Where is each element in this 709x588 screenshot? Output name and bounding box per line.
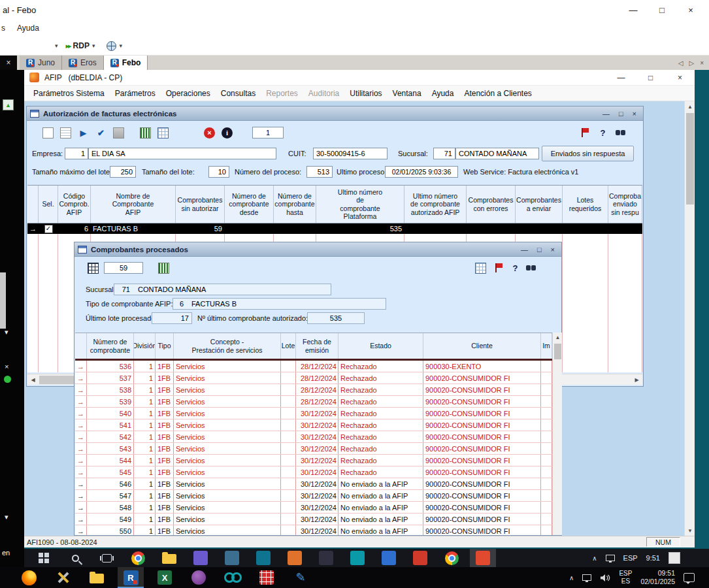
tamano-lote-field[interactable]: 10 [208,166,229,178]
afip-maximize-button[interactable]: □ [636,70,665,86]
file-explorer-button[interactable] [84,567,110,588]
afip-menu-item[interactable]: Parámetros [110,89,161,98]
taskbar-app-button[interactable] [250,549,276,567]
excel-button[interactable] [152,567,178,588]
scrollbar-thumb[interactable] [686,113,694,204]
session-tab[interactable]: Juno [20,56,62,70]
info-icon[interactable]: i [222,127,233,139]
afip-menu-item[interactable]: Reportes [261,89,303,98]
empresa-code-field[interactable]: 1 [65,148,88,159]
run-icon[interactable]: ▶ [78,127,89,139]
clock[interactable]: 9:51 [646,554,660,562]
column-header[interactable]: Lotes requeridos [563,186,608,223]
afip-menu-item[interactable]: Atención a Clientes [459,89,536,98]
taskbar-app-button[interactable] [313,549,339,567]
help-icon[interactable]: ? [597,127,608,139]
scrollbar-thumb[interactable] [554,344,561,359]
vertical-scrollbar[interactable]: ▲ [552,333,562,535]
taskbar-app-button[interactable] [344,549,371,567]
file-explorer-button[interactable] [156,549,182,567]
host-menu-ayuda[interactable]: Ayuda [17,24,39,33]
tray-chevron-icon[interactable]: ∧ [569,574,574,581]
column-header[interactable]: Comprobantes sin autorizar [176,186,225,223]
table-row[interactable]: → 538 1 1FB Servicios 28/12/2024 Rechaza… [75,384,552,396]
afip-menu-item[interactable]: Utilitarios [344,89,387,98]
record-counter-field[interactable]: 59 [104,262,143,274]
columns-icon[interactable] [140,127,151,139]
procesados-titlebar[interactable]: Comprobantes procesados — □ × [74,242,561,257]
help-icon[interactable]: ? [510,263,521,274]
speaker-icon[interactable] [600,574,610,582]
column-header[interactable]: Código Comprob. AFIP [58,186,91,223]
maximize-icon[interactable]: □ [537,246,542,253]
table-row[interactable]: → 546 1 1FB Servicios 30/12/2024 No envi… [75,478,552,490]
binoculars-icon[interactable] [615,127,626,139]
globe-icon[interactable] [107,41,116,51]
cancel-icon[interactable]: × [204,127,215,139]
sucursal-code-field[interactable]: 71 [433,148,455,159]
table-row[interactable]: → 548 1 1FB Servicios 30/12/2024 No envi… [75,502,552,514]
enviados-sin-respuesta-button[interactable]: Enviados sin respuesta [542,146,634,161]
column-header[interactable]: Lote [281,333,296,359]
table-row[interactable]: → 540 1 1FB Servicios 30/12/2024 Rechaza… [75,408,552,419]
language-indicator[interactable]: ESP [623,554,638,562]
afip-menu-item[interactable]: Ventana [387,89,427,98]
column-header[interactable]: Nombre de Comprobante AFIP [91,186,176,223]
table-row[interactable]: → 550 1 1FB Servicios 30/12/2024 No envi… [75,525,552,535]
remote-desktop-app-button[interactable] [118,567,144,588]
session-tab[interactable]: Eros [62,56,104,70]
table-row[interactable]: → 549 1 1FB Servicios 30/12/2024 No envi… [75,514,552,525]
autorizacion-titlebar[interactable]: Autorización de facturas electrónicas — … [27,106,643,121]
column-header[interactable] [27,186,39,223]
dropdown-caret-icon[interactable]: ▾ [55,42,58,49]
close-button[interactable]: × [676,0,705,20]
display-icon[interactable] [606,555,615,561]
tray-chevron-icon[interactable]: ∧ [592,555,597,562]
afip-vertical-scrollbar[interactable]: ▲ ▼ [684,101,695,536]
table-row[interactable]: → 543 1 1FB Servicios 30/12/2024 Rechaza… [75,443,552,455]
app-button[interactable] [186,567,212,588]
afip-menu-item[interactable]: Consultas [216,89,261,98]
taskbar-app-button[interactable] [188,549,214,567]
rdp-protocol-select[interactable]: ▸▸ RDP ▾ [66,41,98,50]
column-header[interactable]: Número de comprobante desde [225,186,274,223]
language-indicator[interactable]: ESP ES [619,570,632,585]
flag-icon[interactable] [493,263,504,274]
afip-menu-item[interactable]: Operaciones [161,89,216,98]
column-header[interactable]: Tipo [156,333,174,359]
app-button[interactable]: ✎ [288,567,314,588]
column-header[interactable]: Comprobantes con errores [467,186,516,223]
minimize-button[interactable]: — [619,0,648,20]
table-row[interactable]: → 542 1 1FB Servicios 30/12/2024 Rechaza… [75,431,552,443]
column-header[interactable]: División [134,333,156,359]
close-icon[interactable]: × [633,110,636,118]
notification-center-icon[interactable] [684,573,695,582]
table-row[interactable]: → 541 1 1FB Servicios 30/12/2024 Rechaza… [75,419,552,431]
new-document-icon[interactable] [42,127,54,139]
afip-menu-item[interactable]: Parámetros Sistema [28,89,110,98]
afip-close-button[interactable]: × [665,70,695,86]
start-button[interactable] [31,549,57,567]
clock[interactable]: 09:51 02/01/2025 [640,569,675,586]
dock-up-arrow-icon[interactable] [3,99,14,110]
taskbar-app-button[interactable] [282,549,308,567]
table-row[interactable]: → 537 1 1FB Servicios 28/12/2024 Rechaza… [75,372,552,384]
taskbar-app-button[interactable] [438,549,465,567]
firefox-button[interactable] [16,567,42,588]
dock-chevron-icon[interactable]: ▾ [5,513,8,521]
scroll-right-icon[interactable]: ▶ [631,374,642,385]
column-header[interactable]: Sel. [39,186,58,223]
row-checkbox[interactable]: ✓ [44,225,53,233]
taskbar-app-button[interactable] [407,549,433,567]
scroll-down-icon[interactable]: ▼ [685,525,695,536]
taskbar-app-button-active[interactable] [470,549,496,567]
app-button[interactable] [254,567,280,588]
app-button[interactable] [220,567,246,588]
close-icon[interactable]: × [551,246,555,253]
column-header[interactable]: Número de comprobante [87,333,134,359]
process-counter-field[interactable]: 1 [252,127,284,139]
column-header[interactable] [75,333,87,359]
validate-icon[interactable]: ✔ [95,127,107,139]
dock-close-icon[interactable]: × [5,363,8,370]
binoculars-icon[interactable] [525,263,536,274]
